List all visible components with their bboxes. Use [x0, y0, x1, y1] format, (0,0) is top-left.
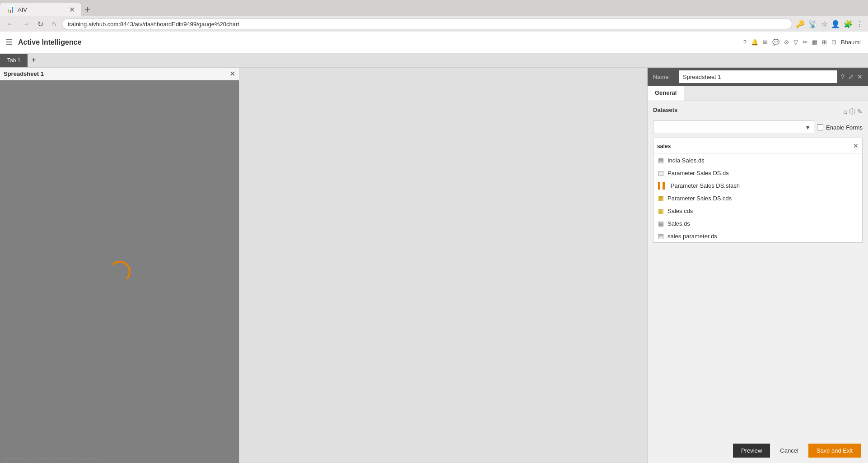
loading-spinner	[109, 261, 131, 282]
powered-by-label: Powered by: Active Intelligence Visualiz…	[4, 456, 102, 461]
tab-1-label: Tab 1	[7, 57, 20, 64]
ds-name: India Sales.ds	[667, 157, 705, 164]
ds-table-icon: ▤	[658, 220, 664, 227]
ds-cds-icon: ▦	[658, 194, 664, 202]
datasets-home-icon[interactable]: ⌂	[844, 108, 847, 116]
chat-icon[interactable]: 💬	[772, 39, 779, 46]
add-tab-button[interactable]: +	[28, 56, 40, 65]
key-icon[interactable]: 🔑	[796, 20, 805, 28]
empty-canvas	[239, 68, 647, 463]
ds-name: Sales.ds	[667, 220, 690, 227]
widget-canvas	[0, 80, 239, 463]
ds-table-icon: ▤	[658, 169, 664, 176]
settings-panel: Name ? ⤢ ✕ General Datasets ⌂ ⓘ ✎	[647, 68, 868, 463]
list-item[interactable]: ▤ India Sales.ds	[653, 154, 862, 167]
user-label: Bhaumi	[841, 39, 861, 46]
widget-title: Spreadsheet 1	[4, 70, 44, 77]
search-input-row: ✕	[653, 138, 862, 154]
nav-forward-button[interactable]: →	[20, 19, 32, 29]
settings-help-icon[interactable]: ?	[841, 73, 845, 80]
settings-close-icon[interactable]: ✕	[857, 73, 863, 80]
dataset-row: ▼ Enable Forms	[653, 120, 863, 134]
list-item[interactable]: ▌▌ Parameter Sales DS.stash	[653, 179, 862, 192]
widget-close-button[interactable]: ✕	[229, 69, 235, 78]
list-item[interactable]: ▦ Parameter Sales DS.cds	[653, 192, 862, 204]
ds-table-icon: ▤	[658, 157, 664, 164]
enable-forms-checkbox[interactable]	[817, 124, 823, 130]
nav-home-button[interactable]: ⌂	[49, 19, 58, 29]
widget-title-bar: Spreadsheet 1 ✕	[0, 68, 239, 80]
ds-table-icon: ▤	[658, 232, 664, 240]
ds-stash-icon: ▌▌	[658, 182, 667, 189]
mail-icon[interactable]: ✉	[763, 39, 768, 46]
dataset-dropdown[interactable]	[653, 120, 814, 134]
name-label: Name	[653, 74, 676, 80]
tab-1[interactable]: Tab 1	[0, 54, 28, 67]
datasets-info-icon[interactable]: ⓘ	[849, 108, 855, 116]
dataset-search-input[interactable]	[657, 140, 851, 152]
save-and-exit-button[interactable]: Save and Exit	[808, 444, 861, 458]
ds-cds-icon: ▦	[658, 207, 664, 214]
nav-refresh-button[interactable]: ↻	[35, 19, 46, 29]
settings-tabs: General	[648, 86, 868, 101]
filter-icon[interactable]: ▽	[793, 39, 798, 46]
dropdown-list: ▤ India Sales.ds ▤ Parameter Sales DS.ds…	[653, 154, 862, 242]
tab-close-icon[interactable]: ✕	[69, 5, 75, 14]
dataset-dropdown-wrapper: ▼	[653, 120, 814, 134]
action-buttons: Preview Cancel Save and Exit	[648, 438, 868, 463]
notifications-icon[interactable]: 🔔	[751, 39, 758, 46]
datasets-label: Datasets	[653, 106, 677, 113]
name-input[interactable]	[679, 70, 837, 83]
tab-general[interactable]: General	[648, 86, 684, 101]
bookmark-icon[interactable]: ☆	[821, 20, 827, 28]
widget-panel: Spreadsheet 1 ✕	[0, 68, 239, 463]
enable-forms: Enable Forms	[817, 124, 863, 131]
ds-name: Parameter Sales DS.stash	[671, 182, 740, 189]
filter-off-icon[interactable]: ⊘	[784, 39, 789, 46]
grid-icon[interactable]: ▦	[812, 39, 817, 46]
address-bar[interactable]	[62, 19, 792, 29]
app-title: Active Intelligence	[18, 38, 82, 46]
tab-bar: Tab 1 +	[0, 53, 868, 68]
app-header: ☰ Active Intelligence ? 🔔 ✉ 💬 ⊘ ▽ ✂ ▦ ⊞ …	[0, 32, 868, 53]
search-clear-icon[interactable]: ✕	[853, 142, 859, 149]
nav-back-button[interactable]: ←	[5, 19, 16, 29]
ds-name: sales parameter.ds	[667, 233, 717, 240]
settings-body: Datasets ⌂ ⓘ ✎ ▼ Enable Forms	[648, 101, 868, 438]
ds-name: Parameter Sales DS.ds	[667, 170, 729, 176]
image-icon[interactable]: ⊡	[831, 39, 836, 46]
datasets-edit-icon[interactable]: ✎	[857, 108, 863, 116]
enable-forms-label: Enable Forms	[826, 124, 863, 131]
settings-header: Name ? ⤢ ✕	[648, 68, 868, 86]
cancel-button[interactable]: Cancel	[775, 444, 803, 458]
hamburger-menu-icon[interactable]: ☰	[5, 37, 13, 47]
list-item[interactable]: ▤ sales parameter.ds	[653, 230, 862, 242]
settings-move-icon[interactable]: ⤢	[848, 73, 854, 80]
search-dropdown: ✕ ▤ India Sales.ds ▤ Parameter Sales DS.…	[653, 138, 863, 243]
cast-icon[interactable]: 📡	[808, 20, 817, 28]
extensions-icon[interactable]: 🧩	[844, 20, 853, 28]
cut-icon[interactable]: ✂	[803, 39, 807, 46]
ds-name: Parameter Sales DS.cds	[667, 195, 732, 202]
profile-icon[interactable]: 👤	[831, 20, 840, 28]
menu-icon[interactable]: ⋮	[856, 20, 863, 28]
list-item[interactable]: ▤ Parameter Sales DS.ds	[653, 167, 862, 179]
preview-button[interactable]: Preview	[733, 444, 770, 458]
new-tab-button[interactable]: +	[81, 5, 94, 15]
tab-label: AIV	[18, 6, 27, 13]
table-icon[interactable]: ⊞	[822, 39, 827, 46]
browser-tab[interactable]: 📊 AIV ✕	[0, 3, 81, 16]
list-item[interactable]: ▦ Sales.cds	[653, 204, 862, 217]
help-icon[interactable]: ?	[743, 39, 747, 46]
ds-name: Sales.cds	[667, 208, 693, 214]
main-area: Spreadsheet 1 ✕ Name ? ⤢ ✕ General	[0, 68, 868, 463]
tab-favicon-icon: 📊	[6, 6, 14, 13]
list-item[interactable]: ▤ Sales.ds	[653, 217, 862, 230]
